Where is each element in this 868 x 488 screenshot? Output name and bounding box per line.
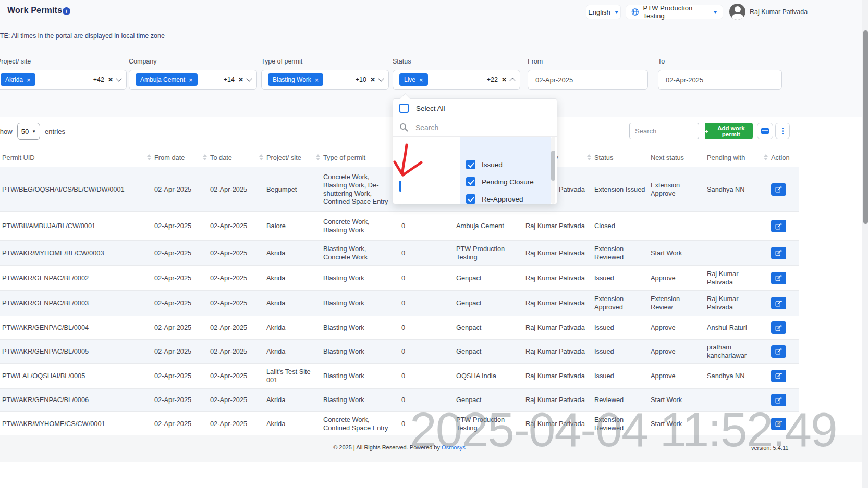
option-checkbox[interactable] (466, 194, 475, 204)
more-options-button[interactable] (775, 123, 790, 139)
edit-permit-button[interactable] (771, 321, 786, 334)
edit-permit-button[interactable] (771, 183, 786, 196)
project-site-chip[interactable]: Akrida× (1, 73, 35, 86)
dropdown-scrollbar-thumb[interactable] (551, 151, 555, 181)
clear-icon[interactable]: ✕ (502, 76, 507, 83)
chip-remove-icon[interactable]: × (315, 77, 319, 83)
status-option-issued[interactable]: Issued (466, 157, 503, 172)
option-checkbox[interactable] (466, 160, 475, 169)
edit-permit-button[interactable] (771, 418, 786, 430)
edit-icon (775, 300, 782, 307)
clear-icon[interactable]: ✕ (370, 76, 375, 83)
project-site-filter[interactable]: Akrida× +42✕ (0, 70, 127, 90)
more-count: +14 (224, 76, 235, 83)
company-chip[interactable]: Ambuja Cement× (136, 73, 198, 86)
edit-permit-button[interactable] (771, 394, 786, 406)
option-checkbox[interactable] (466, 177, 475, 186)
status-option-pending-closure[interactable]: Pending Closure (466, 174, 534, 190)
cell: Genpact (454, 389, 523, 412)
table-row: PTW/AKR/MYHOME/CS/CW/000102-Apr-202502-A… (0, 412, 799, 436)
language-dropdown[interactable]: English (586, 5, 621, 19)
info-icon[interactable]: i (63, 7, 70, 15)
status-chip[interactable]: Live× (399, 73, 428, 86)
osmosys-link[interactable]: Osmosys (442, 444, 466, 451)
cell: Genpact (454, 340, 523, 364)
chip-remove-icon[interactable]: × (189, 77, 193, 83)
cell: Raj Kumar Pativada (523, 291, 592, 316)
edit-permit-button[interactable] (771, 220, 786, 232)
cell: PTW Production Testing (454, 412, 523, 436)
chip-remove-icon[interactable]: × (27, 77, 31, 83)
chevron-down-icon[interactable] (116, 76, 121, 81)
table-row: PTW/BII/AMBUJA/BL/CW/000102-Apr-202502-A… (0, 212, 799, 241)
action-cell (769, 266, 799, 291)
card-view-button[interactable] (757, 123, 773, 139)
column-header-pending-with[interactable]: Pending with (705, 148, 769, 167)
chevron-up-icon[interactable] (509, 78, 515, 83)
to-label: To (658, 58, 665, 65)
cell: 0 (399, 412, 454, 436)
edit-permit-button[interactable] (771, 345, 786, 358)
chevron-down-icon[interactable] (378, 76, 384, 81)
cell: Concrete Work, Blasting Work (321, 212, 399, 241)
type-of-permit-filter[interactable]: Blasting Work× +10✕ (261, 70, 389, 90)
type-of-permit-chip[interactable]: Blasting Work× (268, 73, 323, 86)
cell: 02-Apr-2025 (208, 241, 264, 266)
page-size-select[interactable]: 50 ▼ (17, 123, 40, 140)
edit-permit-button[interactable] (771, 272, 786, 284)
sort-icon (764, 154, 768, 160)
dropdown-search-input[interactable] (415, 123, 530, 132)
option-label: Re-Approved (482, 195, 523, 203)
cell: Blasting Work (321, 266, 399, 291)
status-option-re-approved[interactable]: Re-Approved (466, 191, 523, 207)
column-header-status: Status (592, 148, 649, 167)
add-work-permit-button[interactable]: +Add work permit (705, 123, 753, 139)
cell: Raj Kumar Pativada (705, 266, 769, 291)
edit-permit-button[interactable] (771, 297, 786, 309)
cell: Approve (649, 364, 705, 389)
chevron-down-icon[interactable] (246, 76, 252, 81)
status-filter[interactable]: Live× +22✕ (393, 70, 520, 90)
cell: Blasting Work (321, 340, 399, 364)
column-header-type-of-permit[interactable]: Type of permit (321, 148, 399, 167)
cell: 0 (399, 364, 454, 389)
edit-permit-button[interactable] (771, 247, 786, 259)
column-header-permit-uid[interactable]: Permit UID (0, 148, 152, 167)
avatar (729, 4, 745, 20)
cell: Start Work (649, 412, 705, 436)
cell: Raj Kumar Pativada (523, 389, 592, 412)
unlabeled-option-checkbox[interactable] (399, 181, 401, 192)
cell: Concrete Work, Blasting Work, De-shutter… (321, 167, 399, 212)
cell (649, 212, 705, 241)
page-scrollbar[interactable] (862, 0, 868, 488)
column-header-to-date[interactable]: To date (208, 148, 264, 167)
company-filter[interactable]: Ambuja Cement× +14✕ (129, 70, 257, 90)
cell: Blasting Work (321, 364, 399, 389)
select-all-checkbox[interactable] (399, 104, 409, 113)
cell: Concrete Work, Confined Space Entry (321, 412, 399, 436)
cell: 02-Apr-2025 (208, 412, 264, 436)
column-header-from-date[interactable]: From date (152, 148, 208, 167)
dropdown-scrollbar[interactable] (551, 137, 555, 204)
company-label: Company (129, 58, 157, 65)
chip-remove-icon[interactable]: × (419, 77, 423, 83)
user-menu[interactable]: Raj Kumar Pativada (729, 4, 808, 20)
cell: PTW/BEG/OQSHAI/CS/BL/CW/DW/0001 (0, 167, 152, 212)
edit-permit-button[interactable] (771, 370, 786, 382)
cell: 02-Apr-2025 (208, 291, 264, 316)
cell: Extension Approved (592, 291, 649, 316)
page-scrollbar-thumb[interactable] (863, 30, 868, 224)
table-search-input[interactable] (629, 123, 699, 139)
select-all-option[interactable]: Select All (393, 99, 557, 118)
column-header-project-site[interactable]: Project/ site (264, 148, 321, 167)
action-cell (769, 412, 799, 436)
from-date-field[interactable]: 02-Apr-2025 (528, 70, 648, 90)
clear-icon[interactable]: ✕ (238, 76, 243, 83)
entries-label: entries (45, 128, 65, 135)
cell: Genpact (454, 266, 523, 291)
column-header-next-status: Next status (649, 148, 705, 167)
clear-icon[interactable]: ✕ (108, 76, 113, 83)
organization-dropdown[interactable]: PTW Production Testing (626, 5, 723, 19)
to-date-field[interactable]: 02-Apr-2025 (658, 70, 782, 90)
cell: 02-Apr-2025 (152, 266, 208, 291)
